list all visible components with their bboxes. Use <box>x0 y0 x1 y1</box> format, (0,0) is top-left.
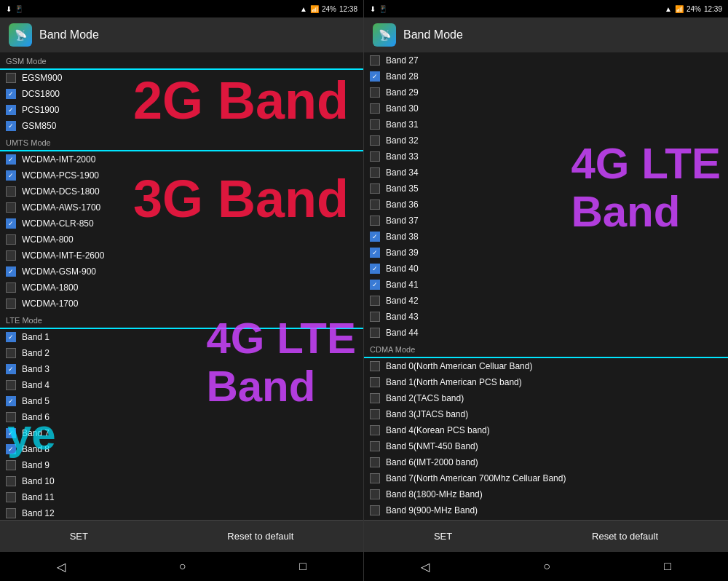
list-item[interactable]: Band 39 <box>364 245 728 261</box>
right-reset-button[interactable]: Reset to default <box>577 525 673 548</box>
list-item[interactable]: Band 29 <box>364 84 728 100</box>
left-set-button[interactable]: SET <box>55 525 103 548</box>
list-item[interactable]: Band 5 <box>0 393 363 409</box>
band4-checkbox[interactable] <box>6 380 16 390</box>
list-item[interactable]: Band 3 <box>0 361 363 377</box>
r-band34-checkbox[interactable] <box>370 167 380 178</box>
band3-checkbox[interactable] <box>6 364 16 374</box>
band6-checkbox[interactable] <box>6 412 16 422</box>
list-item[interactable]: Band 10 <box>0 473 363 489</box>
list-item[interactable]: Band 36 <box>364 197 728 213</box>
list-item[interactable]: WCDMA-DCS-1800 <box>0 183 363 199</box>
list-item[interactable]: Band 3(JTACS band) <box>364 406 728 422</box>
list-item[interactable]: PCS1900 <box>0 102 363 118</box>
r-band37-checkbox[interactable] <box>370 216 380 226</box>
list-item[interactable]: Band 34 <box>364 165 728 181</box>
right-content-area[interactable]: 4G LTEBand Band 27 Band 28 Band 29 Band … <box>364 52 728 520</box>
list-item[interactable]: Band 44 <box>364 325 728 341</box>
dcs1800-checkbox[interactable] <box>6 89 16 99</box>
list-item[interactable]: Band 9(900-MHz Band) <box>364 502 728 518</box>
r-band27-checkbox[interactable] <box>370 55 380 66</box>
r-band44-checkbox[interactable] <box>370 328 380 338</box>
list-item[interactable]: Band 31 <box>364 116 728 133</box>
band9-checkbox[interactable] <box>6 460 16 470</box>
right-recent-icon[interactable]: □ <box>664 560 671 573</box>
list-item[interactable]: Band 10(Secondary 800 MHz Band) <box>364 518 728 520</box>
list-item[interactable]: Band 27 <box>364 52 728 68</box>
band5-checkbox[interactable] <box>6 396 16 406</box>
list-item[interactable]: Band 35 <box>364 181 728 197</box>
list-item[interactable]: WCDMA-IMT-2000 <box>0 151 363 167</box>
cdma-band4-checkbox[interactable] <box>370 425 380 435</box>
list-item[interactable]: Band 9 <box>0 457 363 473</box>
list-item[interactable]: WCDMA-800 <box>0 232 363 248</box>
gsm850-checkbox[interactable] <box>6 121 16 131</box>
left-recent-icon[interactable]: □ <box>299 560 306 573</box>
list-item[interactable]: WCDMA-1700 <box>0 296 363 312</box>
list-item[interactable]: Band 0(North American Celluar Band) <box>364 358 728 374</box>
list-item[interactable]: Band 28 <box>364 68 728 84</box>
list-item[interactable]: GSM850 <box>0 118 363 134</box>
right-home-icon[interactable]: ○ <box>543 560 550 573</box>
cdma-band5-checkbox[interactable] <box>370 441 380 451</box>
left-home-icon[interactable]: ○ <box>179 560 186 573</box>
list-item[interactable]: Band 1(North American PCS band) <box>364 374 728 390</box>
left-content-area[interactable]: 2G Band 3G Band 4G LTEBand ye GSM Mode E… <box>0 52 363 520</box>
list-item[interactable]: Band 42 <box>364 293 728 309</box>
list-item[interactable]: Band 7 <box>0 425 363 441</box>
wcdma-imt2000-checkbox[interactable] <box>6 154 16 165</box>
list-item[interactable]: Band 1 <box>0 329 363 345</box>
cdma-band7-checkbox[interactable] <box>370 473 380 483</box>
cdma-band2-checkbox[interactable] <box>370 393 380 403</box>
list-item[interactable]: Band 4 <box>0 377 363 393</box>
band1-checkbox[interactable] <box>6 332 16 342</box>
r-band33-checkbox[interactable] <box>370 151 380 162</box>
list-item[interactable]: Band 43 <box>364 309 728 325</box>
pcs1900-checkbox[interactable] <box>6 105 16 115</box>
r-band43-checkbox[interactable] <box>370 312 380 322</box>
list-item[interactable]: Band 2(TACS band) <box>364 390 728 406</box>
r-band32-checkbox[interactable] <box>370 135 380 146</box>
left-back-icon[interactable]: ◁ <box>57 560 66 574</box>
r-band39-checkbox[interactable] <box>370 248 380 258</box>
right-set-button[interactable]: SET <box>419 525 467 548</box>
band12-checkbox[interactable] <box>6 508 16 518</box>
list-item[interactable]: Band 40 <box>364 261 728 277</box>
egsm900-checkbox[interactable] <box>6 73 16 83</box>
wcdma-clr850-checkbox[interactable] <box>6 218 16 229</box>
cdma-band8-checkbox[interactable] <box>370 489 380 499</box>
band7-checkbox[interactable] <box>6 428 16 438</box>
left-reset-button[interactable]: Reset to default <box>213 525 308 548</box>
band8-checkbox[interactable] <box>6 444 16 454</box>
list-item[interactable]: Band 12 <box>0 505 363 520</box>
list-item[interactable]: WCDMA-IMT-E-2600 <box>0 248 363 264</box>
list-item[interactable]: Band 32 <box>364 133 728 149</box>
r-band36-checkbox[interactable] <box>370 199 380 210</box>
list-item[interactable]: WCDMA-GSM-900 <box>0 264 363 280</box>
band11-checkbox[interactable] <box>6 492 16 502</box>
r-band42-checkbox[interactable] <box>370 296 380 306</box>
r-band31-checkbox[interactable] <box>370 119 380 130</box>
list-item[interactable]: WCDMA-PCS-1900 <box>0 167 363 183</box>
wcdma-imt-e2600-checkbox[interactable] <box>6 250 16 261</box>
band10-checkbox[interactable] <box>6 476 16 486</box>
list-item[interactable]: Band 41 <box>364 277 728 293</box>
list-item[interactable]: Band 37 <box>364 213 728 229</box>
cdma-band9-checkbox[interactable] <box>370 505 380 515</box>
wcdma-dcs1800-checkbox[interactable] <box>6 186 16 197</box>
list-item[interactable]: Band 5(NMT-450 Band) <box>364 438 728 454</box>
r-band28-checkbox[interactable] <box>370 71 380 82</box>
r-band38-checkbox[interactable] <box>370 232 380 242</box>
wcdma-1800-checkbox[interactable] <box>6 282 16 293</box>
r-band30-checkbox[interactable] <box>370 103 380 114</box>
list-item[interactable]: DCS1800 <box>0 86 363 102</box>
list-item[interactable]: EGSM900 <box>0 70 363 86</box>
r-band35-checkbox[interactable] <box>370 183 380 194</box>
r-band29-checkbox[interactable] <box>370 87 380 98</box>
list-item[interactable]: WCDMA-AWS-1700 <box>0 199 363 216</box>
list-item[interactable]: Band 38 <box>364 229 728 245</box>
cdma-band3-checkbox[interactable] <box>370 409 380 419</box>
list-item[interactable]: Band 33 <box>364 149 728 165</box>
wcdma-aws1700-checkbox[interactable] <box>6 202 16 213</box>
list-item[interactable]: Band 6 <box>0 409 363 425</box>
